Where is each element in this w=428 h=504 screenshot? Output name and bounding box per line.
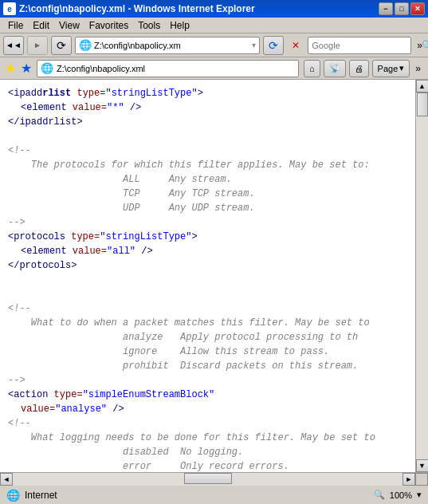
back-button[interactable]: ◄◄	[3, 36, 24, 55]
comment-open-3: <!--	[8, 416, 407, 431]
comment-what-logging: What logging needs to be done for this f…	[8, 431, 407, 445]
favorites-star[interactable]: ★	[5, 61, 16, 76]
go-button[interactable]: ⟳	[263, 36, 284, 55]
home-icon: ⌂	[309, 64, 315, 73]
internet-icon: 🌐	[6, 489, 20, 502]
zoom-icon: 🔍	[374, 490, 385, 500]
blank-1	[8, 129, 407, 144]
feeds-button[interactable]: 📡	[324, 60, 346, 77]
comment-error: error Only record errors.	[8, 459, 407, 472]
comment-close-2: -->	[8, 373, 407, 388]
xml-attr: type=	[77, 88, 105, 99]
blank-2	[8, 273, 407, 287]
scroll-thumb[interactable]	[417, 93, 428, 116]
navigation-toolbar: ◄◄ ► ⟳ 🌐 Z:\config\nbapolicy.xm ▾ ⟳ ✕ 🔍 …	[0, 33, 428, 57]
refresh-button[interactable]: ⟳	[51, 36, 72, 55]
add-favorites[interactable]: ★	[21, 61, 32, 76]
scroll-right-button[interactable]: ►	[402, 473, 415, 486]
scroll-up-button[interactable]: ▲	[416, 80, 429, 93]
feeds-icon: 📡	[329, 63, 340, 73]
menu-bar: File Edit View Favorites Tools Help	[0, 18, 428, 33]
scroll-down-button[interactable]: ▼	[416, 459, 429, 472]
page-address-text: Z:\config\nbapolicy.xml	[57, 64, 145, 73]
scroll-thumb-h[interactable]	[184, 473, 232, 484]
comment-what: What to do when a packet matches this fi…	[8, 316, 407, 330]
xml-value: "stringListType"	[105, 88, 197, 99]
close-button[interactable]: ✕	[410, 2, 425, 15]
xml-action-value: value="analyse" />	[8, 402, 407, 416]
status-bar: ◄ ► 🌐 Internet 🔍 100% ▾	[0, 472, 428, 504]
zoom-level: 100%	[390, 490, 412, 500]
stop-button[interactable]: ✕	[287, 37, 304, 54]
window-icon: e	[3, 2, 16, 15]
comment-close-1: -->	[8, 215, 407, 230]
comment-line-3: TCP Any TCP stream.	[8, 187, 407, 201]
comment-line-4: UDP Any UDP stream.	[8, 201, 407, 215]
xml-line-3: </ipaddrlist>	[8, 115, 407, 129]
page-address-bar[interactable]: 🌐 Z:\config\nbapolicy.xml	[37, 60, 299, 77]
xml-line-2: <element value="*" />	[8, 100, 407, 115]
toolbar-overflow[interactable]: »	[414, 40, 425, 51]
xml-tag: <ipaddrlist	[8, 88, 77, 99]
menu-tools[interactable]: Tools	[133, 18, 165, 33]
comment-disabled: disabled No logging.	[8, 445, 407, 459]
scroll-track-h[interactable]	[13, 473, 402, 486]
comment-open-1: <!--	[8, 144, 407, 158]
xml-protocols-close: </protocols>	[8, 258, 407, 273]
horizontal-scrollbar[interactable]: ◄ ►	[0, 473, 428, 486]
window-title: Z:\config\nbapolicy.xml - Windows Intern…	[19, 3, 255, 14]
comment-ignore: ignore Allow this stream to pass.	[8, 345, 407, 359]
toolbar-right-group: ⌂ 📡 🖨 Page ▾ »	[304, 60, 423, 77]
comment-line-2: ALL Any stream.	[8, 172, 407, 187]
search-box[interactable]: 🔍	[308, 37, 411, 54]
comment-open-2: <!--	[8, 301, 407, 316]
zoom-dropdown[interactable]: ▾	[417, 490, 422, 500]
title-bar: e Z:\config\nbapolicy.xml - Windows Inte…	[0, 0, 428, 18]
xml-action-open: <action type="simpleEnumStreamBlock"	[8, 388, 407, 402]
home-button[interactable]: ⌂	[304, 60, 320, 77]
menu-file[interactable]: File	[3, 18, 28, 33]
window-controls: − □ ✕	[379, 2, 425, 15]
minimize-button[interactable]: −	[379, 2, 393, 15]
toolbar2-overflow[interactable]: »	[413, 63, 423, 74]
page-button[interactable]: Page ▾	[372, 60, 410, 77]
scroll-corner	[415, 473, 428, 486]
comment-line-1: The protocols for which this filter appl…	[8, 158, 407, 172]
page-label: Page	[378, 64, 399, 73]
blank-3	[8, 287, 407, 301]
address-icon: 🌐	[79, 39, 92, 51]
menu-edit[interactable]: Edit	[28, 18, 54, 33]
menu-help[interactable]: Help	[165, 18, 194, 33]
status-zoom[interactable]: 🔍 100% ▾	[374, 490, 422, 500]
search-input[interactable]	[312, 41, 422, 50]
scroll-track[interactable]	[416, 93, 428, 459]
favorites-toolbar: ★ ★ 🌐 Z:\config\nbapolicy.xml ⌂ 📡 🖨 Page…	[0, 57, 428, 80]
page-icon: 🌐	[41, 62, 53, 74]
scroll-left-button[interactable]: ◄	[0, 473, 13, 486]
xml-line-1: <ipaddrlist type="stringListType">	[8, 86, 407, 100]
vertical-scrollbar[interactable]: ▲ ▼	[415, 80, 428, 472]
xml-protocols-element: <element value="all" />	[8, 244, 407, 258]
menu-favorites[interactable]: Favorites	[84, 18, 133, 33]
address-text: Z:\config\nbapolicy.xm	[94, 41, 252, 50]
page-dropdown-icon: ▾	[399, 63, 404, 73]
status-zone: 🌐 Internet	[6, 489, 57, 502]
print-icon: 🖨	[355, 64, 363, 73]
maximize-button[interactable]: □	[395, 2, 409, 15]
print-button[interactable]: 🖨	[349, 60, 369, 77]
address-bar[interactable]: 🌐 Z:\config\nbapolicy.xm ▾	[75, 37, 260, 54]
xml-content-area: <ipaddrlist type="stringListType"> <elem…	[0, 80, 415, 472]
xml-protocols-open: <protocols type="stringListType">	[8, 230, 407, 244]
menu-view[interactable]: View	[54, 18, 84, 33]
comment-prohibit: prohibit Discard packets on this stream.	[8, 359, 407, 373]
content-wrapper: <ipaddrlist type="stringListType"> <elem…	[0, 80, 428, 472]
forward-button[interactable]: ►	[27, 36, 48, 55]
status-bottom-bar: 🌐 Internet 🔍 100% ▾	[0, 486, 428, 504]
address-dropdown[interactable]: ▾	[252, 41, 256, 49]
comment-analyze: analyze Apply protocol processing to th	[8, 330, 407, 345]
zone-label: Internet	[25, 490, 57, 501]
